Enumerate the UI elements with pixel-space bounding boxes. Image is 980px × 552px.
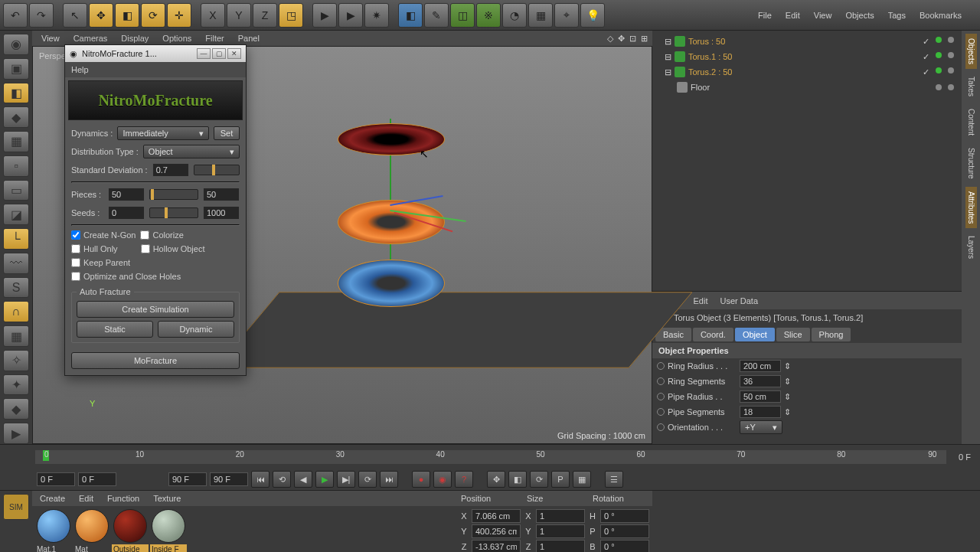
size-x-input[interactable] (536, 509, 585, 523)
cube-primitive-icon[interactable]: ◧ (398, 3, 423, 28)
texture-mode-icon[interactable]: ▦ (3, 131, 29, 152)
timeline[interactable]: 0 10 20 30 40 50 60 70 80 90 0 F (0, 444, 980, 469)
x-axis-icon[interactable]: X (201, 3, 225, 28)
next-frame-button[interactable]: ▶| (337, 471, 355, 488)
autokey-button[interactable]: ◉ (433, 471, 452, 488)
material-list[interactable]: Mat.1 Mat Outside Inside F (32, 506, 455, 552)
close-button[interactable]: ✕ (227, 48, 241, 59)
menu-view[interactable]: View (814, 11, 832, 20)
pos-y-input[interactable] (472, 524, 521, 538)
rtab-takes[interactable]: Takes (965, 72, 977, 101)
maximize-button[interactable]: ▢ (212, 48, 226, 59)
dot-icon[interactable] (948, 67, 954, 73)
pieces-max-input[interactable] (203, 188, 240, 201)
nurbs-icon[interactable]: ◫ (450, 3, 475, 28)
create-ngon-checkbox[interactable] (71, 230, 80, 240)
dot-icon[interactable] (948, 37, 954, 43)
expand-icon[interactable]: ⊟ (665, 37, 671, 47)
make-editable-icon[interactable]: ▣ (3, 58, 29, 80)
undo-icon[interactable]: ↶ (3, 3, 28, 28)
torus-blue[interactable] (338, 260, 445, 307)
obj-label[interactable]: Torus : 50 (688, 37, 725, 46)
pen-tool-icon[interactable]: ✎ (424, 3, 449, 28)
dot-icon[interactable] (936, 37, 942, 43)
pipe-radius-input[interactable] (740, 390, 781, 403)
point-mode-icon[interactable]: ▫ (3, 155, 29, 177)
vm-panel[interactable]: Panel (238, 34, 260, 43)
vp-nav1-icon[interactable]: ◇ (607, 34, 613, 44)
object-axis-icon[interactable]: ◆ (3, 106, 29, 128)
tab-object[interactable]: Object (735, 328, 775, 341)
mat-function[interactable]: Function (107, 494, 139, 503)
seeds-slider[interactable] (149, 207, 198, 218)
vis-icon[interactable]: ✓ (923, 37, 929, 47)
record-button[interactable]: ● (412, 471, 430, 488)
select-tool[interactable]: ↖ (63, 3, 87, 28)
hull-only-checkbox[interactable] (71, 244, 80, 253)
vis-icon[interactable]: ✓ (923, 52, 929, 62)
set-button[interactable]: Set (214, 126, 240, 140)
nitromofracture-dialog[interactable]: ◉ NitroMoFracture 1... — ▢ ✕ Help NitroM… (64, 44, 247, 376)
key-rot-button[interactable]: ⟳ (530, 471, 548, 488)
loop-fwd-button[interactable]: ⟳ (358, 471, 377, 488)
static-button[interactable]: Static (77, 321, 153, 338)
prev-frame-button[interactable]: ◀ (294, 471, 312, 488)
key-pos-button[interactable]: ✥ (487, 471, 505, 488)
rtab-objects[interactable]: Objects (965, 34, 977, 69)
size-z-input[interactable] (536, 540, 585, 552)
mofracture-button[interactable]: MoFracture (71, 352, 240, 369)
key-scale-button[interactable]: ◧ (508, 471, 527, 488)
rtab-content[interactable]: Content (965, 104, 977, 140)
material-item[interactable]: Inside F (150, 509, 187, 552)
colorize-checkbox[interactable] (140, 230, 149, 240)
dynamic-button[interactable]: Dynamic (158, 321, 234, 338)
edge-mode-icon[interactable]: ▭ (3, 180, 29, 201)
dot-icon[interactable] (948, 84, 954, 90)
move-tool[interactable]: ✥ (89, 3, 113, 28)
play-button[interactable]: ▶ (315, 471, 334, 488)
material-item[interactable]: Outside (112, 509, 149, 552)
vm-display[interactable]: Display (121, 34, 149, 43)
pipe-seg-input[interactable] (740, 406, 781, 418)
seeds-max-input[interactable] (203, 206, 240, 220)
axis-icon[interactable]: └ (3, 228, 29, 250)
menu-file[interactable]: File (758, 11, 772, 20)
timeline-settings-button[interactable]: ☰ (605, 471, 623, 488)
pieces-input[interactable] (108, 188, 145, 201)
torus-orange[interactable] (338, 200, 445, 244)
pos-z-input[interactable] (472, 540, 521, 552)
menu-edit[interactable]: Edit (786, 11, 800, 20)
spinner-icon[interactable]: ⇕ (784, 377, 791, 387)
seeds-input[interactable] (108, 206, 145, 220)
deformer-icon[interactable]: ◔ (502, 3, 527, 28)
timeline-ruler[interactable]: 0 10 20 30 40 50 60 70 80 90 (35, 450, 946, 464)
max-frame-input[interactable] (210, 472, 248, 486)
mat-edit[interactable]: Edit (79, 494, 93, 503)
minimize-button[interactable]: — (197, 48, 211, 59)
key-param-button[interactable]: P (551, 471, 570, 488)
current-frame-input[interactable] (37, 472, 75, 486)
coord-sys-icon[interactable]: ◳ (279, 3, 303, 28)
rotate-tool[interactable]: ⟳ (141, 3, 165, 28)
dot-icon[interactable] (936, 52, 942, 58)
material-item[interactable]: Mat (74, 509, 110, 552)
model-mode-icon[interactable]: ◧ (3, 83, 29, 104)
camera-icon[interactable]: ⌖ (554, 3, 579, 28)
vm-options[interactable]: Options (162, 34, 191, 43)
render-view-icon[interactable]: ▶ (312, 3, 337, 28)
torus-red[interactable] (338, 123, 445, 155)
end-frame-input[interactable] (168, 472, 207, 486)
tool4-icon[interactable]: ✧ (3, 350, 29, 371)
std-dev-input[interactable] (152, 163, 189, 177)
dialog-titlebar[interactable]: ◉ NitroMoFracture 1... — ▢ ✕ (65, 45, 246, 62)
scale-tool[interactable]: ◧ (115, 3, 139, 28)
obj-label[interactable]: Floor (691, 83, 710, 92)
mat-create[interactable]: Create (40, 494, 65, 503)
menu-objects[interactable]: Objects (845, 11, 874, 20)
dynamics-dropdown[interactable]: Immediately▾ (117, 126, 209, 140)
ring-seg-input[interactable] (740, 375, 781, 387)
rtab-attributes[interactable]: Attributes (965, 187, 977, 228)
attr-userdata[interactable]: User Data (720, 296, 759, 305)
vm-cameras[interactable]: Cameras (74, 34, 108, 43)
rot-p-input[interactable] (600, 524, 649, 538)
